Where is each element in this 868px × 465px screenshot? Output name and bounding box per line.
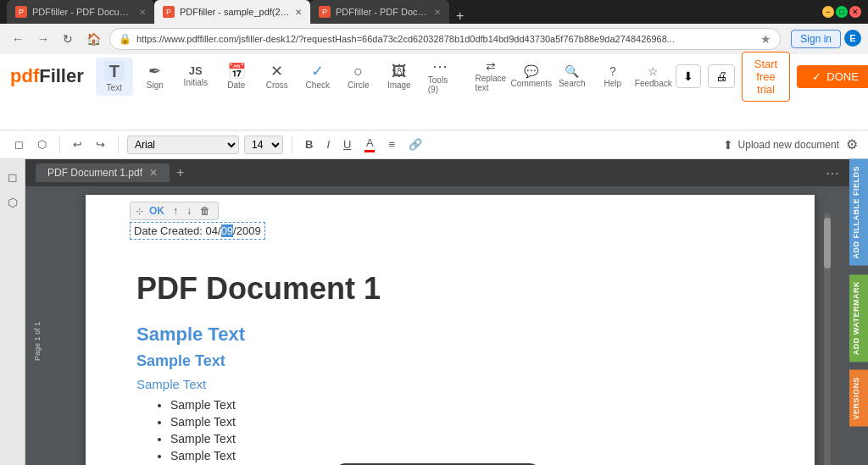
- tool-feedback[interactable]: ☆ Feedback: [635, 62, 672, 91]
- format-sep-1: [59, 136, 60, 153]
- search-label: Search: [559, 79, 586, 88]
- list-item: Sample Text: [170, 432, 764, 446]
- sign-tool-label: Sign: [147, 80, 164, 90]
- tool-text[interactable]: T Text: [96, 58, 133, 96]
- done-check-icon: ✓: [812, 70, 821, 83]
- browser-icon: E: [844, 30, 861, 47]
- font-size-select[interactable]: 14 12 16 18: [244, 136, 283, 154]
- window-maximize[interactable]: □: [836, 6, 848, 18]
- url-bar[interactable]: 🔒 https://www.pdffiller.com/jsfiller-des…: [109, 28, 781, 50]
- done-label: DONE: [826, 70, 859, 83]
- tool-check[interactable]: ✓ Check: [299, 60, 337, 93]
- tool-replace-text[interactable]: ⇄ Replace text: [472, 57, 509, 96]
- nav-back[interactable]: ←: [7, 29, 29, 49]
- redo-button[interactable]: ↪: [92, 136, 109, 152]
- initials-tool-icon: JS: [189, 65, 203, 76]
- link-button[interactable]: 🔗: [404, 136, 426, 152]
- left-panel-tool1[interactable]: ◻: [5, 168, 20, 186]
- pdf-heading-2: Sample Text: [136, 352, 764, 370]
- tab-3-close[interactable]: ✕: [434, 8, 441, 17]
- comments-label: Comments: [511, 79, 552, 88]
- upload-new-doc-button[interactable]: ⬆ Upload new document: [723, 138, 839, 152]
- doc-tab-close[interactable]: ✕: [149, 167, 158, 179]
- download-button[interactable]: ⬇: [676, 64, 701, 88]
- upload-label: Upload new document: [738, 139, 839, 151]
- tool-initials[interactable]: JS Initials: [177, 62, 214, 91]
- check-tool-label: Check: [306, 80, 330, 90]
- browser-tab-3[interactable]: P PDFfiller - PDF Document 1(1)p... ✕: [310, 0, 449, 24]
- doc-more-options[interactable]: ⋯: [826, 165, 839, 181]
- date-tool-icon: 📅: [227, 64, 246, 79]
- date-text-after: /2009: [233, 224, 261, 237]
- doc-tab-bar: PDF Document 1.pdf ✕ + ⋯: [25, 159, 849, 186]
- field-size-down-icon[interactable]: ↓: [184, 204, 194, 218]
- font-family-select[interactable]: Arial Times New Roman Helvetica: [127, 136, 239, 154]
- done-button[interactable]: ✓ DONE: [797, 65, 868, 88]
- tool-image[interactable]: 🖼 Image: [381, 60, 418, 93]
- initials-tool-label: Initials: [184, 78, 208, 87]
- window-minimize[interactable]: −: [822, 6, 834, 18]
- bold-button[interactable]: B: [301, 136, 317, 152]
- align-button[interactable]: ≡: [384, 136, 399, 152]
- left-panel-tool2[interactable]: ⬡: [5, 193, 20, 212]
- format-sep-3: [292, 136, 292, 153]
- nav-forward[interactable]: →: [32, 29, 54, 49]
- underline-button[interactable]: U: [339, 136, 355, 152]
- field-move-icon[interactable]: ⊹: [136, 206, 143, 217]
- tool-search[interactable]: 🔍 Search: [554, 62, 591, 91]
- feedback-icon: ☆: [648, 65, 659, 77]
- cross-tool-icon: ✕: [270, 64, 283, 79]
- tool-date[interactable]: 📅 Date: [218, 60, 255, 93]
- image-tool-label: Image: [387, 80, 411, 90]
- fillable-fields-tab[interactable]: ADD FILLABLE FIELDS: [849, 159, 868, 266]
- doc-tab-main[interactable]: PDF Document 1.pdf ✕: [36, 163, 170, 182]
- field-ok-button[interactable]: OK: [147, 204, 167, 218]
- tool-tools[interactable]: ⋯ Tools (9): [421, 55, 459, 97]
- versions-tab[interactable]: VERSIONS: [849, 370, 868, 427]
- watermark-tab[interactable]: ADD WATERMARK: [849, 274, 868, 362]
- nav-refresh[interactable]: ↻: [58, 29, 78, 49]
- browser-tab-1[interactable]: P PDFfiller - PDF Document 1.pdf ✕: [7, 0, 154, 24]
- tab-3-label: PDFfiller - PDF Document 1(1)p...: [336, 7, 429, 17]
- field-size-up-icon[interactable]: ↑: [170, 204, 181, 218]
- list-item: Sample Text: [170, 415, 764, 429]
- sign-tool-icon: ✒: [148, 64, 161, 79]
- circle-tool-label: Circle: [348, 80, 370, 90]
- doc-scroll-area[interactable]: Page 1 of 1 ⊹ OK ↑ ↓ 🗑 Date Created: 04/…: [25, 186, 849, 465]
- scrollbar-thumb[interactable]: [824, 218, 831, 268]
- tool-comments[interactable]: 💬 Comments: [513, 62, 550, 91]
- start-trial-button[interactable]: Start free trial: [742, 52, 790, 102]
- pdf-heading-1: Sample Text: [136, 324, 764, 346]
- nav-home[interactable]: 🏠: [81, 29, 106, 49]
- format-icon-left2[interactable]: ⬡: [33, 136, 51, 152]
- document-area: PDF Document 1.pdf ✕ + ⋯ Page 1 of 1 ⊹ O…: [25, 159, 849, 465]
- tab-1-close[interactable]: ✕: [139, 8, 146, 17]
- doc-tab-add[interactable]: +: [176, 165, 184, 180]
- tool-cross[interactable]: ✕ Cross: [259, 60, 296, 93]
- pdf-page: ⊹ OK ↑ ↓ 🗑 Date Created: 04/09/2009 PDF …: [86, 195, 815, 465]
- window-close[interactable]: ✕: [849, 6, 861, 18]
- format-icon-left1[interactable]: ◻: [10, 136, 28, 152]
- tab-2-close[interactable]: ✕: [295, 8, 302, 17]
- page-label: Page 1 of 1: [33, 322, 42, 361]
- tool-sign[interactable]: ✒ Sign: [136, 60, 174, 93]
- print-button[interactable]: 🖨: [708, 64, 735, 88]
- browser-tab-2[interactable]: P PDFfiller - sample_pdf(2).p... ✕: [154, 0, 310, 24]
- undo-button[interactable]: ↩: [69, 136, 86, 152]
- image-tool-icon: 🖼: [392, 64, 407, 79]
- format-sep-2: [118, 136, 119, 153]
- app-logo: pdfFiller: [10, 65, 84, 87]
- text-field-overlay[interactable]: Date Created: 04/09/2009: [130, 222, 265, 240]
- field-delete-icon[interactable]: 🗑: [198, 204, 213, 218]
- text-color-button[interactable]: A: [360, 135, 379, 154]
- new-tab-button[interactable]: +: [451, 8, 469, 24]
- text-tool-label: Text: [107, 83, 122, 92]
- sign-in-button[interactable]: Sign in: [791, 30, 841, 48]
- scrollbar-track[interactable]: [824, 213, 831, 465]
- circle-tool-icon: ○: [353, 64, 363, 79]
- italic-button[interactable]: I: [322, 136, 334, 152]
- text-field-toolbar[interactable]: ⊹ OK ↑ ↓ 🗑: [130, 202, 219, 220]
- tool-circle[interactable]: ○ Circle: [340, 60, 377, 93]
- settings-icon[interactable]: ⚙: [846, 136, 858, 152]
- tool-help[interactable]: ? Help: [594, 62, 632, 91]
